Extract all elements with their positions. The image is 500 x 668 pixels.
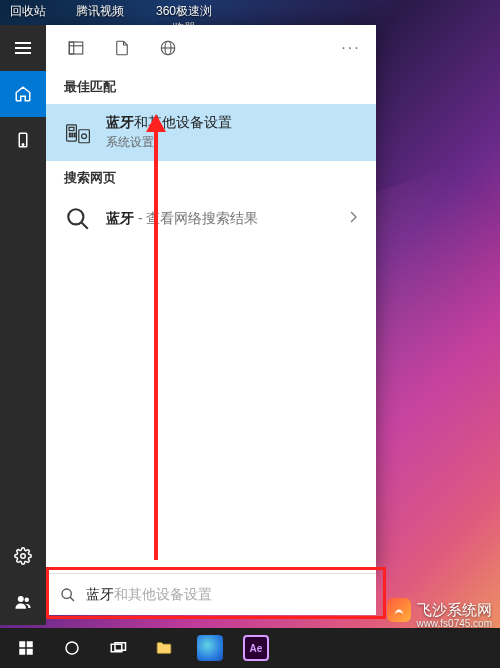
search-results-panel: ··· 最佳匹配 蓝牙和其他设备设置 系统设置 搜索网页 蓝牙 - 查看网络搜索…: [46, 25, 376, 573]
devices-icon: [64, 119, 92, 147]
menu-button[interactable]: [0, 25, 46, 71]
svg-rect-12: [69, 127, 74, 130]
watermark: 飞沙系统网 www.fs0745.com: [387, 598, 492, 622]
search-icon: [64, 205, 92, 233]
best-match-label: 最佳匹配: [46, 70, 376, 104]
gear-icon: [14, 547, 32, 565]
svg-point-23: [62, 589, 71, 598]
settings-button[interactable]: [0, 533, 46, 579]
file-explorer-button[interactable]: [142, 628, 186, 668]
svg-point-2: [21, 554, 26, 559]
ae-icon: Ae: [243, 635, 269, 661]
search-text[interactable]: 蓝牙和其他设备设置: [86, 585, 212, 604]
globe-icon: [159, 39, 177, 57]
hamburger-icon: [15, 42, 31, 54]
edge-button[interactable]: [188, 628, 232, 668]
chevron-right-icon: [348, 210, 358, 228]
watermark-logo-icon: [387, 598, 411, 622]
tab-documents[interactable]: [102, 30, 142, 66]
svg-rect-25: [19, 641, 25, 647]
device-icon: [14, 131, 32, 149]
home-icon: [14, 85, 32, 103]
taskview-icon: [109, 639, 127, 657]
svg-point-18: [74, 135, 75, 136]
svg-rect-26: [27, 641, 33, 647]
tab-all[interactable]: [56, 30, 96, 66]
people-button[interactable]: [0, 579, 46, 625]
svg-point-21: [68, 209, 83, 224]
document-icon: [113, 39, 131, 57]
svg-rect-5: [69, 42, 83, 54]
cortana-button[interactable]: [50, 628, 94, 668]
svg-point-14: [72, 133, 73, 134]
svg-point-1: [22, 144, 24, 146]
taskbar: Ae: [0, 628, 500, 668]
svg-point-17: [72, 135, 73, 136]
start-button[interactable]: [4, 628, 48, 668]
cortana-icon: [63, 639, 81, 657]
svg-rect-28: [27, 649, 33, 655]
tab-web[interactable]: [148, 30, 188, 66]
home-button[interactable]: [0, 71, 46, 117]
svg-point-13: [69, 133, 70, 134]
svg-point-3: [18, 596, 24, 602]
svg-line-24: [70, 597, 74, 601]
svg-rect-27: [19, 649, 25, 655]
result-bluetooth-settings[interactable]: 蓝牙和其他设备设置 系统设置: [46, 104, 376, 161]
window-icon: [67, 39, 85, 57]
search-filter-tabs: ···: [46, 25, 376, 70]
edge-icon: [197, 635, 223, 661]
result-subtitle: 系统设置: [106, 134, 358, 151]
mobile-button[interactable]: [0, 117, 46, 163]
svg-rect-6: [69, 42, 74, 54]
search-box[interactable]: 蓝牙和其他设备设置: [46, 573, 376, 615]
start-left-rail: [0, 25, 46, 625]
result-title: 蓝牙 - 查看网络搜索结果: [106, 210, 334, 228]
watermark-text: 飞沙系统网: [417, 601, 492, 620]
watermark-url: www.fs0745.com: [416, 618, 492, 629]
after-effects-button[interactable]: Ae: [234, 628, 278, 668]
result-web-search[interactable]: 蓝牙 - 查看网络搜索结果: [46, 195, 376, 243]
windows-icon: [17, 639, 35, 657]
more-button[interactable]: ···: [336, 39, 366, 57]
svg-line-22: [81, 222, 88, 229]
folder-icon: [155, 639, 173, 657]
taskview-button[interactable]: [96, 628, 140, 668]
svg-point-4: [25, 598, 30, 603]
svg-point-16: [69, 135, 70, 136]
people-icon: [14, 593, 32, 611]
svg-point-29: [66, 642, 78, 654]
search-icon: [60, 587, 76, 603]
search-web-label: 搜索网页: [46, 161, 376, 195]
svg-point-15: [74, 133, 75, 134]
svg-rect-19: [79, 129, 90, 142]
result-title: 蓝牙和其他设备设置: [106, 114, 358, 132]
svg-point-20: [82, 133, 87, 138]
